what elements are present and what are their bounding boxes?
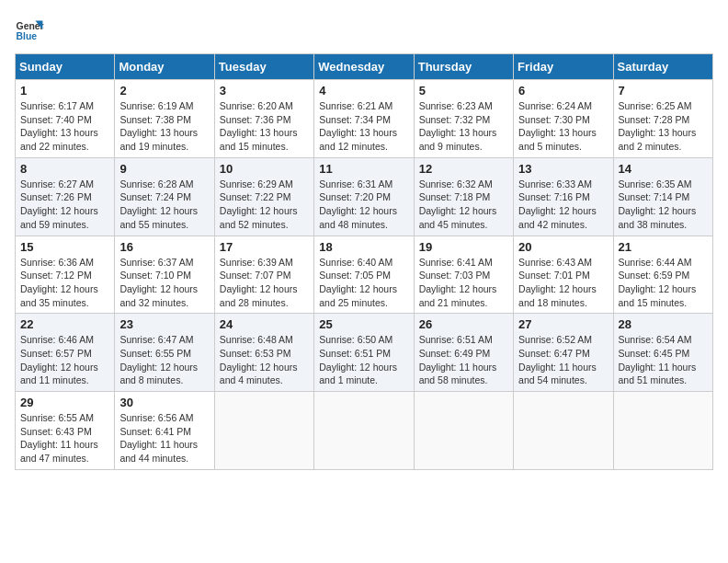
calendar-day-cell: 25Sunrise: 6:50 AM Sunset: 6:51 PM Dayli…	[314, 314, 414, 392]
calendar-day-cell: 21Sunrise: 6:44 AM Sunset: 6:59 PM Dayli…	[613, 236, 712, 314]
calendar-day-cell: 2Sunrise: 6:19 AM Sunset: 7:38 PM Daylig…	[115, 80, 214, 158]
day-number: 20	[518, 240, 608, 254]
day-detail: Sunrise: 6:48 AM Sunset: 6:53 PM Dayligh…	[220, 333, 309, 387]
calendar-day-cell: 14Sunrise: 6:35 AM Sunset: 7:14 PM Dayli…	[613, 157, 712, 236]
calendar-week-row: 29Sunrise: 6:55 AM Sunset: 6:43 PM Dayli…	[16, 392, 713, 470]
calendar-day-cell: 4Sunrise: 6:21 AM Sunset: 7:34 PM Daylig…	[314, 80, 414, 158]
day-header-tuesday: Tuesday	[214, 54, 313, 80]
day-detail: Sunrise: 6:39 AM Sunset: 7:07 PM Dayligh…	[220, 256, 309, 310]
day-detail: Sunrise: 6:23 AM Sunset: 7:32 PM Dayligh…	[419, 99, 508, 154]
day-detail: Sunrise: 6:55 AM Sunset: 6:43 PM Dayligh…	[20, 411, 109, 465]
day-number: 10	[220, 162, 309, 176]
calendar-week-row: 22Sunrise: 6:46 AM Sunset: 6:57 PM Dayli…	[16, 314, 713, 392]
day-number: 23	[119, 317, 209, 331]
svg-text:Blue: Blue	[17, 31, 38, 41]
day-detail: Sunrise: 6:19 AM Sunset: 7:38 PM Dayligh…	[119, 99, 209, 154]
day-number: 7	[619, 84, 708, 98]
day-header-friday: Friday	[514, 54, 613, 80]
day-detail: Sunrise: 6:27 AM Sunset: 7:26 PM Dayligh…	[20, 178, 109, 232]
day-number: 3	[220, 84, 309, 98]
calendar-week-row: 8Sunrise: 6:27 AM Sunset: 7:26 PM Daylig…	[16, 157, 713, 236]
day-detail: Sunrise: 6:24 AM Sunset: 7:30 PM Dayligh…	[518, 99, 608, 154]
day-number: 29	[20, 396, 109, 409]
calendar-day-cell	[613, 392, 712, 470]
day-detail: Sunrise: 6:29 AM Sunset: 7:22 PM Dayligh…	[220, 178, 309, 232]
day-detail: Sunrise: 6:21 AM Sunset: 7:34 PM Dayligh…	[319, 99, 408, 154]
logo-icon: General Blue	[15, 15, 44, 44]
calendar-day-cell: 19Sunrise: 6:41 AM Sunset: 7:03 PM Dayli…	[414, 236, 513, 314]
calendar-day-cell: 16Sunrise: 6:37 AM Sunset: 7:10 PM Dayli…	[115, 236, 214, 314]
day-number: 28	[619, 317, 708, 331]
day-detail: Sunrise: 6:44 AM Sunset: 6:59 PM Dayligh…	[619, 256, 708, 310]
day-detail: Sunrise: 6:51 AM Sunset: 6:49 PM Dayligh…	[419, 333, 508, 387]
day-number: 19	[419, 240, 508, 254]
calendar-day-cell	[214, 392, 313, 470]
day-header-monday: Monday	[115, 54, 214, 80]
calendar-day-cell: 1Sunrise: 6:17 AM Sunset: 7:40 PM Daylig…	[16, 80, 115, 158]
calendar-day-cell: 9Sunrise: 6:28 AM Sunset: 7:24 PM Daylig…	[115, 157, 214, 236]
day-number: 4	[319, 84, 408, 98]
calendar-day-cell: 15Sunrise: 6:36 AM Sunset: 7:12 PM Dayli…	[16, 236, 115, 314]
day-detail: Sunrise: 6:36 AM Sunset: 7:12 PM Dayligh…	[20, 256, 109, 310]
calendar-day-cell: 12Sunrise: 6:32 AM Sunset: 7:18 PM Dayli…	[414, 157, 513, 236]
calendar-day-cell: 29Sunrise: 6:55 AM Sunset: 6:43 PM Dayli…	[16, 392, 115, 470]
day-detail: Sunrise: 6:20 AM Sunset: 7:36 PM Dayligh…	[220, 99, 309, 154]
calendar-day-cell	[414, 392, 513, 470]
day-number: 25	[319, 317, 408, 331]
day-number: 24	[220, 317, 309, 331]
calendar-day-cell: 17Sunrise: 6:39 AM Sunset: 7:07 PM Dayli…	[214, 236, 313, 314]
day-detail: Sunrise: 6:35 AM Sunset: 7:14 PM Dayligh…	[619, 178, 708, 232]
day-number: 18	[319, 240, 408, 254]
calendar-day-cell: 3Sunrise: 6:20 AM Sunset: 7:36 PM Daylig…	[214, 80, 313, 158]
calendar-day-cell: 27Sunrise: 6:52 AM Sunset: 6:47 PM Dayli…	[514, 314, 613, 392]
day-number: 16	[119, 240, 209, 254]
calendar-day-cell	[514, 392, 613, 470]
day-detail: Sunrise: 6:43 AM Sunset: 7:01 PM Dayligh…	[518, 256, 608, 310]
day-detail: Sunrise: 6:41 AM Sunset: 7:03 PM Dayligh…	[419, 256, 508, 310]
calendar-week-row: 1Sunrise: 6:17 AM Sunset: 7:40 PM Daylig…	[16, 80, 713, 158]
calendar-table: SundayMondayTuesdayWednesdayThursdayFrid…	[15, 53, 713, 470]
day-number: 5	[419, 84, 508, 98]
day-number: 30	[119, 396, 209, 409]
day-number: 13	[518, 162, 608, 176]
day-detail: Sunrise: 6:37 AM Sunset: 7:10 PM Dayligh…	[119, 256, 209, 310]
calendar-day-cell: 5Sunrise: 6:23 AM Sunset: 7:32 PM Daylig…	[414, 80, 513, 158]
day-number: 1	[20, 84, 109, 98]
day-header-thursday: Thursday	[414, 54, 513, 80]
day-detail: Sunrise: 6:54 AM Sunset: 6:45 PM Dayligh…	[619, 333, 708, 387]
calendar-day-cell: 6Sunrise: 6:24 AM Sunset: 7:30 PM Daylig…	[514, 80, 613, 158]
day-header-wednesday: Wednesday	[314, 54, 414, 80]
day-number: 6	[518, 84, 608, 98]
calendar-day-cell: 7Sunrise: 6:25 AM Sunset: 7:28 PM Daylig…	[613, 80, 712, 158]
day-detail: Sunrise: 6:17 AM Sunset: 7:40 PM Dayligh…	[20, 99, 109, 154]
calendar-day-cell: 18Sunrise: 6:40 AM Sunset: 7:05 PM Dayli…	[314, 236, 414, 314]
day-detail: Sunrise: 6:47 AM Sunset: 6:55 PM Dayligh…	[119, 333, 209, 387]
day-number: 17	[220, 240, 309, 254]
calendar-day-cell: 26Sunrise: 6:51 AM Sunset: 6:49 PM Dayli…	[414, 314, 513, 392]
calendar-day-cell: 22Sunrise: 6:46 AM Sunset: 6:57 PM Dayli…	[16, 314, 115, 392]
calendar-day-cell: 8Sunrise: 6:27 AM Sunset: 7:26 PM Daylig…	[16, 157, 115, 236]
calendar-header-row: SundayMondayTuesdayWednesdayThursdayFrid…	[16, 54, 713, 80]
calendar-day-cell: 30Sunrise: 6:56 AM Sunset: 6:41 PM Dayli…	[115, 392, 214, 470]
day-detail: Sunrise: 6:28 AM Sunset: 7:24 PM Dayligh…	[119, 178, 209, 232]
calendar-day-cell: 28Sunrise: 6:54 AM Sunset: 6:45 PM Dayli…	[613, 314, 712, 392]
day-detail: Sunrise: 6:40 AM Sunset: 7:05 PM Dayligh…	[319, 256, 408, 310]
calendar-day-cell	[314, 392, 414, 470]
day-number: 12	[419, 162, 508, 176]
calendar-day-cell: 20Sunrise: 6:43 AM Sunset: 7:01 PM Dayli…	[514, 236, 613, 314]
day-detail: Sunrise: 6:56 AM Sunset: 6:41 PM Dayligh…	[119, 411, 209, 465]
day-detail: Sunrise: 6:25 AM Sunset: 7:28 PM Dayligh…	[619, 99, 708, 154]
day-number: 27	[518, 317, 608, 331]
day-header-sunday: Sunday	[16, 54, 115, 80]
day-number: 22	[20, 317, 109, 331]
day-number: 14	[619, 162, 708, 176]
day-detail: Sunrise: 6:50 AM Sunset: 6:51 PM Dayligh…	[319, 333, 408, 387]
calendar-week-row: 15Sunrise: 6:36 AM Sunset: 7:12 PM Dayli…	[16, 236, 713, 314]
calendar-day-cell: 10Sunrise: 6:29 AM Sunset: 7:22 PM Dayli…	[214, 157, 313, 236]
day-number: 2	[119, 84, 209, 98]
day-detail: Sunrise: 6:46 AM Sunset: 6:57 PM Dayligh…	[20, 333, 109, 387]
page-header: General Blue	[15, 15, 713, 44]
calendar-day-cell: 11Sunrise: 6:31 AM Sunset: 7:20 PM Dayli…	[314, 157, 414, 236]
calendar-day-cell: 13Sunrise: 6:33 AM Sunset: 7:16 PM Dayli…	[514, 157, 613, 236]
day-number: 8	[20, 162, 109, 176]
